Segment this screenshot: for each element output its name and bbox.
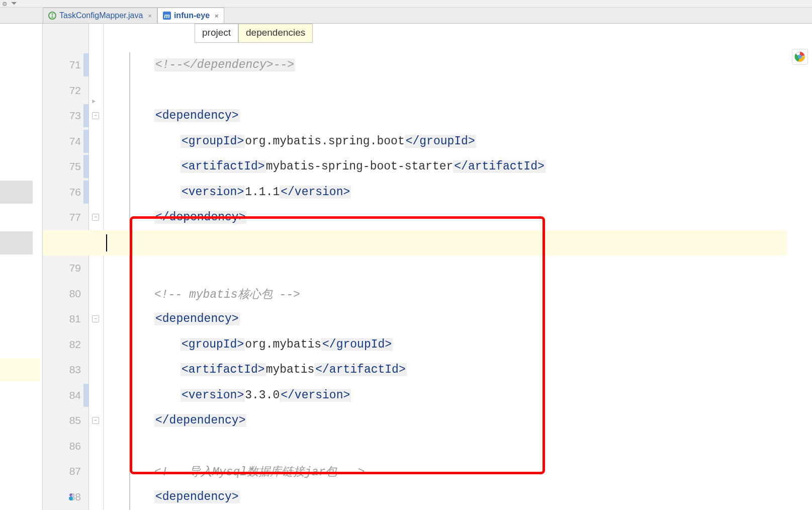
- interface-icon: I: [48, 12, 56, 20]
- line-number: 82: [69, 338, 81, 351]
- code-token: <dependency>: [154, 109, 240, 122]
- tab-label-1: infun-eye: [174, 11, 210, 20]
- code-token: </dependency>: [154, 211, 246, 224]
- code-token: <version>: [181, 186, 245, 199]
- code-line[interactable]: <groupId>org.mybatis.spring.boot</groupI…: [104, 129, 787, 154]
- code-line[interactable]: <groupId>org.mybatis</groupId>: [104, 332, 787, 358]
- gutter-line: 85: [43, 408, 88, 434]
- fold-column: −−−−►►: [89, 24, 104, 510]
- code-token: <!-- 导入Mysql数据库链接jar包 -->: [154, 466, 365, 479]
- code-line[interactable]: </dependency>: [104, 205, 787, 230]
- fold-handle[interactable]: −: [92, 214, 99, 221]
- line-number: 71: [69, 59, 81, 71]
- editor-container: 717273747576777879808182838485868788 −−−…: [0, 24, 812, 510]
- svg-point-0: [69, 496, 73, 500]
- code-line[interactable]: <!-- mybatis核心包 -->: [104, 281, 787, 307]
- left-margin: [0, 24, 43, 510]
- tab-label-0: TaskConfigMapper.java: [59, 11, 143, 20]
- code-token: <groupId>: [181, 135, 245, 148]
- gutter-line: 77: [43, 205, 88, 230]
- tab-taskconfigmapper[interactable]: I TaskConfigMapper.java ×: [43, 8, 157, 23]
- margin-mark: [0, 231, 33, 254]
- maven-icon: m: [163, 12, 171, 20]
- line-number: 80: [69, 288, 81, 300]
- code-token: </dependency>: [154, 414, 246, 427]
- change-mark: [83, 130, 88, 153]
- gear-icon[interactable]: ⚙: [3, 0, 7, 8]
- code-token: </groupId>: [321, 338, 393, 351]
- code-token: <dependency>: [154, 312, 240, 325]
- code-line[interactable]: </dependency>: [104, 408, 787, 434]
- line-number: 79: [69, 262, 81, 274]
- gutter-line: 80: [43, 281, 88, 307]
- tab-infun-eye[interactable]: m infun-eye ×: [157, 8, 224, 23]
- code-token: </groupId>: [405, 135, 476, 148]
- line-number: 87: [69, 465, 81, 477]
- line-number: 83: [69, 364, 81, 376]
- code-token: 1.1.1: [245, 186, 280, 199]
- code-line[interactable]: <!--</dependency>-->: [104, 52, 787, 78]
- code-line[interactable]: <artifactId>mybatis</artifactId>: [104, 357, 787, 383]
- gutter-line: 81: [43, 306, 88, 332]
- code-token: </artifactId>: [314, 363, 406, 376]
- change-mark: [83, 53, 88, 76]
- code-token: org.mybatis.spring.boot: [245, 135, 404, 148]
- chrome-icon[interactable]: [792, 49, 808, 65]
- gutter-line: 76: [43, 180, 88, 205]
- line-number: 77: [69, 211, 81, 223]
- gutter-line: 82: [43, 332, 88, 358]
- code-token: mybatis: [266, 363, 315, 376]
- code-line[interactable]: <artifactId>mybatis-spring-boot-starter<…: [104, 154, 787, 180]
- fold-handle[interactable]: −: [92, 112, 99, 119]
- code-token: org.mybatis: [245, 338, 321, 351]
- code-area[interactable]: project dependencies <!--</dependency>--…: [104, 24, 787, 510]
- gutter-line: 72: [43, 78, 88, 104]
- code-line[interactable]: <dependency>: [104, 306, 787, 332]
- gutter-line: 79: [43, 256, 88, 281]
- svg-point-5: [799, 56, 801, 58]
- gutter-line: 73: [43, 103, 88, 129]
- code-token: <!-- mybatis核心包 -->: [154, 288, 300, 301]
- close-icon[interactable]: ×: [148, 12, 152, 20]
- code-line[interactable]: [104, 434, 787, 459]
- toolbar: ⚙ ⏷: [0, 0, 812, 8]
- code-token: <!--</dependency>-->: [154, 58, 295, 71]
- code-line[interactable]: <version>3.3.0</version>: [104, 383, 787, 408]
- code-line[interactable]: <dependency>: [104, 103, 787, 129]
- gutter-line: 88: [43, 484, 88, 510]
- code-token: <groupId>: [181, 338, 245, 351]
- line-number: 84: [69, 389, 81, 401]
- code-token: </artifactId>: [453, 160, 545, 173]
- override-icon[interactable]: [67, 493, 75, 501]
- change-mark: [83, 155, 88, 178]
- breadcrumb: project dependencies: [195, 24, 313, 43]
- gutter-line: 87: [43, 459, 88, 484]
- fold-handle[interactable]: −: [92, 417, 99, 424]
- editor-tabs: I TaskConfigMapper.java × m infun-eye ×: [0, 8, 812, 24]
- code-line[interactable]: [104, 230, 787, 256]
- close-icon[interactable]: ×: [215, 12, 219, 20]
- dropdown-icon[interactable]: ⏷: [11, 0, 18, 8]
- code-line[interactable]: <version>1.1.1</version>: [104, 180, 787, 205]
- fold-handle[interactable]: −: [92, 315, 99, 322]
- line-number: 75: [69, 160, 81, 173]
- code-token: mybatis-spring-boot-starter: [266, 160, 454, 173]
- code-line[interactable]: <dependency>: [104, 484, 787, 510]
- code-line[interactable]: <!-- 导入Mysql数据库链接jar包 -->: [104, 459, 787, 484]
- code-token: </version>: [280, 186, 351, 199]
- line-number: 74: [69, 135, 81, 147]
- line-number: 76: [69, 186, 81, 198]
- fold-arrow-icon[interactable]: ►: [92, 98, 96, 105]
- gutter-line: 84: [43, 383, 88, 408]
- breadcrumb-project[interactable]: project: [195, 24, 238, 43]
- margin-mark: [0, 181, 33, 204]
- breadcrumb-dependencies[interactable]: dependencies: [238, 24, 313, 43]
- line-number: 81: [69, 313, 81, 325]
- code-token: </version>: [280, 389, 351, 402]
- code-line[interactable]: [104, 78, 787, 104]
- right-gutter: [787, 24, 812, 510]
- code-token: <artifactId>: [181, 363, 266, 376]
- code-token: 3.3.0: [245, 389, 280, 402]
- gutter: 717273747576777879808182838485868788: [43, 24, 89, 510]
- code-line[interactable]: [104, 256, 787, 281]
